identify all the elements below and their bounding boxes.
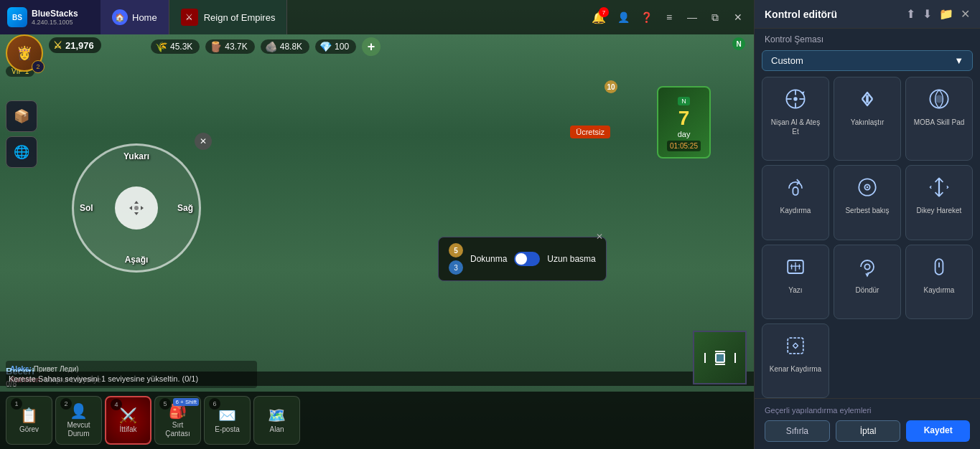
freelook-label: Serbest bakış (845, 206, 889, 215)
resource-bar: 🌾 45.3K 🪵 43.7K 🪨 48.8K 💎 100 + (151, 37, 381, 56)
custom-dropdown[interactable]: Custom ▼ (762, 50, 973, 71)
ctrl-scroll[interactable]: Kaydırma (905, 245, 973, 319)
right-panel: Kontrol editörü ⬆ ⬇ 📁 ✕ Kontrol Şeması C… (754, 0, 980, 449)
free-badge[interactable]: Ücretsiz (570, 126, 610, 138)
svg-point-9 (935, 95, 943, 103)
sword-resource: ⚔ 21,976 (49, 37, 101, 53)
vertical-label: Dikey Hareket (917, 206, 962, 215)
game-tab[interactable]: ⚔ Reign of Empires (169, 0, 288, 34)
account-button[interactable]: 👤 (613, 7, 633, 27)
ctrl-moba[interactable]: MOBA Skill Pad (905, 77, 973, 161)
left-side-icons: 📦 🌐 (6, 100, 37, 168)
download-icon[interactable]: ⬇ (923, 7, 932, 21)
notification-button[interactable]: 🔔 7 (587, 6, 610, 29)
scroll-icon (925, 252, 953, 281)
maximize-button[interactable]: ⧉ (705, 7, 725, 27)
panel-title-controls: ⬆ ⬇ 📁 ✕ (906, 7, 970, 21)
minimap-content (694, 332, 745, 383)
ctrl-text[interactable]: Yazı (762, 245, 829, 319)
cancel-button[interactable]: İptal (836, 420, 901, 442)
swipe-label: Kaydırma (780, 206, 811, 215)
game-viewport[interactable]: BS BlueStacks 4.240.15.1005 🏠 Home ⚔ Rei… (0, 0, 754, 449)
swipe-icon (781, 173, 810, 202)
sword-icon: ⚔ (53, 39, 62, 51)
window-controls: 🔔 7 👤 ❓ ≡ — ⧉ ✕ (587, 0, 754, 34)
panel-bottom: Geçerli yapılandırma eylemleri Sıfırla İ… (755, 398, 980, 449)
close-button[interactable]: ✕ (728, 7, 748, 27)
minimize-button[interactable]: — (682, 7, 702, 27)
touch-popup: ✕ 5 3 Dokunma Uzun basma (438, 237, 607, 281)
game-icon: ⚔ (181, 9, 198, 26)
gem-resource: 💎 100 (315, 39, 356, 54)
scroll-label: Kaydırma (924, 285, 955, 295)
left-icon-1[interactable]: 📦 (6, 100, 37, 132)
bluestacks-info: BlueStacks 4.240.15.1005 (32, 9, 78, 26)
ctrl-swipe[interactable]: Kaydırma (762, 165, 829, 240)
task-button[interactable]: 1 📋 Görev (6, 396, 52, 445)
joystick-up-label: Yukarı (123, 151, 149, 161)
drag-icon (126, 198, 146, 218)
joystick-close[interactable]: ✕ (195, 133, 212, 150)
ctrl-freelook[interactable]: Serbest bakış (834, 165, 901, 240)
task-icon: 📋 (20, 407, 38, 424)
badge-5: 5 (449, 243, 463, 257)
joystick-ring[interactable]: Yukarı Aşağı Sol Sağ (72, 143, 201, 273)
food-resource: 🌾 45.3K (151, 39, 200, 54)
add-resource-button[interactable]: + (362, 37, 381, 56)
ctrl-rotate[interactable]: Döndür (834, 245, 901, 319)
player-avatar[interactable]: 👸 2 (6, 34, 43, 72)
email-button[interactable]: 6 ✉️ E-posta (204, 396, 251, 445)
left-icon-2[interactable]: 🌐 (6, 136, 37, 168)
svg-point-0 (134, 206, 139, 210)
svg-rect-7 (866, 95, 869, 103)
help-button[interactable]: ❓ (636, 7, 656, 27)
status-button[interactable]: 2 👤 MevcutDurum (55, 396, 102, 445)
alliance-button[interactable]: 4 ⚔️ İttifak (105, 396, 151, 445)
panel-close-button[interactable]: ✕ (961, 7, 970, 21)
upload-icon[interactable]: ⬆ (906, 7, 915, 21)
alliance-icon: ⚔️ (119, 407, 137, 424)
minimap-cross (704, 351, 736, 365)
popup-close[interactable]: ✕ (596, 232, 603, 242)
joystick[interactable]: ✕ Yukarı Aşağı Sol Sağ (72, 143, 201, 273)
joystick-down-label: Aşağı (125, 255, 149, 265)
zoom-label: Yakınlaştır (851, 118, 885, 127)
folder-icon[interactable]: 📁 (939, 7, 953, 21)
save-button[interactable]: Kaydet (906, 420, 970, 442)
ctrl-edgescroll[interactable]: Kenar Kaydırma (762, 323, 829, 398)
stone-icon: 🪨 (265, 41, 277, 52)
toggle-knob (515, 253, 527, 265)
bluestacks-logo: BS BlueStacks 4.240.15.1005 (0, 0, 101, 34)
minimap[interactable] (693, 331, 747, 384)
aim-fire-icon (781, 85, 810, 113)
home-tab[interactable]: 🏠 Home (101, 0, 169, 34)
ctrl-zoom[interactable]: Yakınlaştır (834, 77, 901, 161)
panel-titlebar: Kontrol editörü ⬆ ⬇ 📁 ✕ (755, 0, 980, 29)
touch-toggle[interactable] (514, 252, 540, 266)
top-bar: BS BlueStacks 4.240.15.1005 🏠 Home ⚔ Rei… (0, 0, 754, 34)
reset-button[interactable]: Sıfırla (765, 420, 830, 442)
menu-button[interactable]: ≡ (659, 7, 679, 27)
ctrl-vertical[interactable]: Dikey Hareket (905, 165, 973, 240)
zoom-icon (853, 85, 882, 113)
moba-label: MOBA Skill Pad (914, 118, 965, 127)
home-icon: 🏠 (112, 9, 128, 25)
status-icon: 👤 (70, 402, 88, 420)
wood-resource: 🪵 43.7K (205, 39, 254, 54)
backpack-button[interactable]: 5 6 + Shift 🎒 SırtÇantası (154, 396, 201, 445)
text-label: Yazı (788, 285, 802, 295)
svg-point-13 (867, 186, 869, 189)
map-badge-10: 10 (605, 80, 617, 93)
ctrl-aim-fire[interactable]: Nişan Al & Ateş Et (762, 77, 829, 161)
area-button[interactable]: 🗺️ Alan (253, 396, 300, 445)
controls-grid: Nişan Al & Ateş Et Yakınlaştır (755, 77, 980, 398)
panel-title: Kontrol editörü (765, 9, 837, 20)
stone-resource: 🪨 48.8K (261, 39, 309, 54)
rotate-label: Döndür (856, 285, 879, 295)
badge-3: 3 (449, 260, 463, 275)
bottom-bar: 1 📋 Görev 2 👤 MevcutDurum 4 ⚔️ İttifak 5… (0, 392, 754, 449)
wood-icon: 🪵 (210, 41, 222, 52)
joystick-center[interactable] (115, 186, 158, 230)
seven-day-banner[interactable]: N 7 day 01:05:25 (657, 86, 711, 159)
svg-rect-10 (793, 187, 798, 195)
